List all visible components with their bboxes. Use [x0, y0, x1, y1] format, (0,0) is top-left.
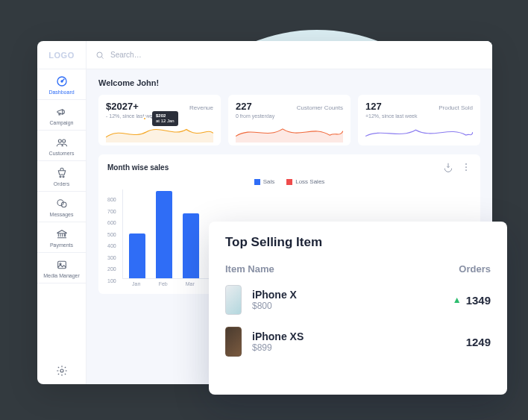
tooltip-amount: $202	[156, 113, 166, 118]
sidebar-item-label: Campaign	[50, 120, 74, 125]
top-selling-title: Top Selling Item	[225, 235, 491, 250]
y-tick: 200	[107, 266, 116, 272]
y-tick: 300	[107, 255, 116, 260]
svg-point-14	[465, 169, 467, 171]
tooltip-date: at 12 Jan	[156, 119, 175, 123]
y-axis: 800700600500400300200100	[107, 197, 116, 286]
bar	[129, 233, 145, 278]
svg-point-4	[60, 176, 61, 178]
x-tick: Mar	[182, 281, 198, 286]
y-tick: 400	[107, 243, 116, 248]
x-tick: Jan	[128, 281, 145, 286]
customers-value: 227	[236, 101, 252, 112]
more-icon[interactable]	[461, 162, 471, 172]
header	[87, 41, 492, 69]
top-selling-card: Top Selling Item Item Name Orders iPhone…	[209, 222, 507, 395]
gear-icon	[56, 365, 68, 377]
sidebar-item-settings[interactable]	[37, 357, 86, 384]
gauge-icon	[56, 75, 68, 87]
legend-sales: Sals	[254, 178, 275, 185]
sidebar-item-label: Messages	[50, 212, 74, 217]
legend-swatch-sales	[254, 179, 260, 185]
search[interactable]	[95, 50, 258, 60]
cart-icon	[56, 167, 68, 179]
legend-swatch-loss	[286, 179, 292, 185]
product-orders: 1249	[466, 336, 491, 348]
sidebar-item-campaign[interactable]: Campaign	[37, 100, 86, 131]
y-tick: 600	[107, 220, 116, 225]
trend-up-icon: ▲	[453, 295, 462, 305]
bar	[183, 213, 199, 278]
svg-point-3	[62, 140, 65, 142]
sidebar-item-label: Customers	[49, 151, 75, 156]
download-icon[interactable]	[443, 162, 453, 172]
welcome-text: Welcome John!	[98, 78, 480, 87]
bar	[156, 191, 172, 278]
logo: LOGO	[37, 41, 86, 69]
customers-sub: 0 from yesterday	[236, 113, 343, 119]
y-tick: 700	[107, 209, 116, 214]
search-input[interactable]	[109, 50, 258, 60]
customers-label: Customer Counts	[297, 104, 343, 111]
sidebar-item-customers[interactable]: Customers	[37, 131, 86, 161]
product-price: $800	[252, 301, 442, 311]
chat-icon	[56, 198, 68, 210]
sidebar-item-dashboard[interactable]: Dashboard	[37, 69, 86, 100]
card-customers: 227 Customer Counts 0 from yesterday	[228, 95, 351, 145]
sidebar-item-label: Dashboard	[48, 90, 74, 95]
revenue-label: Revenue	[189, 104, 213, 111]
x-tick: Feb	[155, 281, 172, 286]
revenue-value: $2027+	[106, 101, 139, 112]
revenue-tooltip: $202 at 12 Jan	[152, 111, 178, 126]
bank-icon	[56, 228, 68, 240]
col-orders: Orders	[459, 263, 491, 275]
y-tick: 500	[107, 232, 116, 237]
card-products: 127 Product Sold +12%, since last week	[358, 95, 480, 145]
y-tick: 800	[107, 197, 116, 202]
sidebar-item-label: Media Manager	[43, 273, 80, 278]
sidebar-item-payments[interactable]: Payments	[37, 222, 86, 253]
svg-point-12	[465, 163, 467, 165]
product-price: $899	[252, 342, 456, 353]
svg-point-10	[60, 369, 63, 372]
svg-point-11	[97, 52, 102, 57]
sidebar-item-media[interactable]: Media Manager	[37, 253, 86, 283]
card-revenue: $2027+ Revenue - 12%, since last week $2…	[98, 95, 221, 145]
search-icon	[95, 51, 104, 60]
products-sub: +12%, since last week	[365, 113, 473, 119]
sidebar: LOGO Dashboard Campaign Customers Orders	[37, 41, 87, 384]
products-label: Product Sold	[439, 104, 473, 111]
customers-sparkline	[236, 122, 343, 142]
megaphone-icon	[56, 106, 68, 118]
products-sparkline	[365, 122, 473, 142]
svg-point-5	[63, 176, 64, 178]
y-tick: 100	[107, 278, 116, 283]
product-row[interactable]: iPhone XS $899 1249	[225, 327, 491, 357]
product-row[interactable]: iPhone X $800 ▲ 1349	[225, 285, 491, 315]
svg-rect-8	[57, 261, 66, 268]
image-icon	[56, 259, 68, 271]
sidebar-item-messages[interactable]: Messages	[37, 192, 86, 222]
product-name: iPhone X	[252, 289, 442, 301]
sidebar-item-label: Payments	[50, 242, 73, 248]
product-thumb-icon	[225, 327, 242, 357]
sidebar-item-label: Orders	[54, 181, 69, 187]
svg-point-2	[58, 140, 61, 142]
stat-cards: $2027+ Revenue - 12%, since last week $2…	[98, 95, 480, 145]
tooltip-dot-icon	[142, 116, 147, 121]
product-orders: ▲ 1349	[453, 294, 491, 307]
product-thumb-icon	[225, 285, 242, 315]
legend-loss: Loss Sales	[286, 178, 324, 185]
svg-point-13	[465, 166, 467, 168]
chart-legend: Sals Loss Sales	[107, 178, 471, 185]
sidebar-item-orders[interactable]: Orders	[37, 161, 86, 192]
panel-title: Month wise sales	[107, 163, 169, 172]
product-name: iPhone XS	[252, 330, 456, 343]
col-item-name: Item Name	[225, 263, 274, 275]
svg-point-1	[61, 81, 63, 82]
products-value: 127	[365, 101, 382, 112]
users-icon	[56, 137, 68, 148]
